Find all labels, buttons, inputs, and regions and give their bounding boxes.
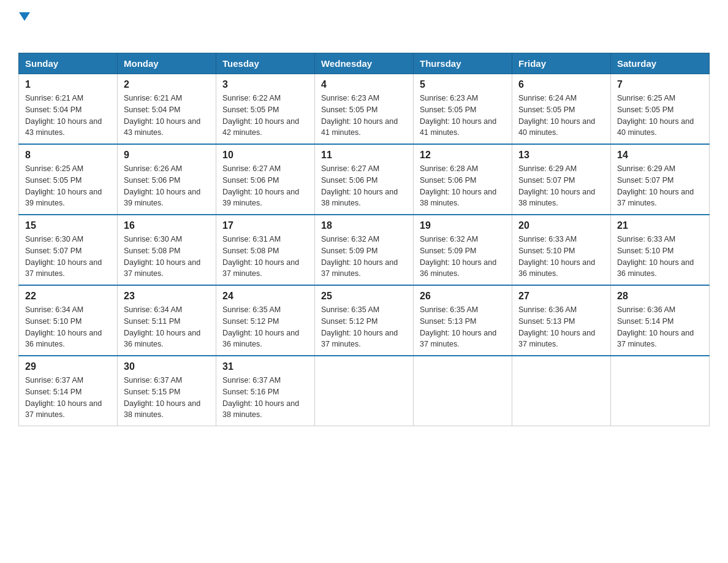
sunset-label: Sunset: 5:05 PM xyxy=(617,105,673,114)
calendar-cell: 9 Sunrise: 6:26 AM Sunset: 5:06 PM Dayli… xyxy=(118,144,216,215)
daylight-label: Daylight: 10 hours and 43 minutes. xyxy=(124,117,200,137)
day-number: 12 xyxy=(420,150,506,161)
day-info: Sunrise: 6:34 AM Sunset: 5:11 PM Dayligh… xyxy=(124,304,210,350)
day-number: 22 xyxy=(25,291,111,302)
sunset-label: Sunset: 5:05 PM xyxy=(420,105,476,114)
daylight-label: Daylight: 10 hours and 37 minutes. xyxy=(420,329,496,349)
sunrise-label: Sunrise: 6:35 AM xyxy=(420,305,478,314)
day-number: 18 xyxy=(321,220,407,231)
calendar-cell: 27 Sunrise: 6:36 AM Sunset: 5:13 PM Dayl… xyxy=(512,285,611,356)
daylight-label: Daylight: 10 hours and 38 minutes. xyxy=(222,399,299,419)
calendar-cell: 20 Sunrise: 6:33 AM Sunset: 5:10 PM Dayl… xyxy=(512,215,611,285)
day-info: Sunrise: 6:32 AM Sunset: 5:09 PM Dayligh… xyxy=(321,234,407,280)
day-number: 19 xyxy=(420,220,506,231)
day-number: 16 xyxy=(124,220,210,231)
sunset-label: Sunset: 5:10 PM xyxy=(617,247,673,255)
sunset-label: Sunset: 5:12 PM xyxy=(222,317,279,326)
sunset-label: Sunset: 5:11 PM xyxy=(124,317,180,326)
day-number: 5 xyxy=(420,79,506,90)
daylight-label: Daylight: 10 hours and 36 minutes. xyxy=(420,258,496,278)
calendar-cell: 1 Sunrise: 6:21 AM Sunset: 5:04 PM Dayli… xyxy=(19,74,118,145)
calendar-header-wednesday: Wednesday xyxy=(315,53,414,74)
sunset-label: Sunset: 5:04 PM xyxy=(25,105,82,114)
daylight-label: Daylight: 10 hours and 40 minutes. xyxy=(518,117,595,137)
daylight-label: Daylight: 10 hours and 41 minutes. xyxy=(321,117,398,137)
sunrise-label: Sunrise: 6:36 AM xyxy=(617,305,675,314)
sunrise-label: Sunrise: 6:21 AM xyxy=(124,94,182,102)
sunset-label: Sunset: 5:05 PM xyxy=(321,105,377,114)
day-number: 29 xyxy=(25,361,111,372)
calendar-cell: 18 Sunrise: 6:32 AM Sunset: 5:09 PM Dayl… xyxy=(315,215,414,285)
day-info: Sunrise: 6:25 AM Sunset: 5:05 PM Dayligh… xyxy=(25,163,111,209)
sunset-label: Sunset: 5:08 PM xyxy=(222,247,279,255)
day-number: 25 xyxy=(321,291,407,302)
sunset-label: Sunset: 5:10 PM xyxy=(25,317,82,326)
day-number: 23 xyxy=(124,291,210,302)
day-info: Sunrise: 6:23 AM Sunset: 5:05 PM Dayligh… xyxy=(420,93,506,139)
day-number: 28 xyxy=(617,291,703,302)
sunset-label: Sunset: 5:09 PM xyxy=(321,247,377,255)
calendar-cell: 10 Sunrise: 6:27 AM Sunset: 5:06 PM Dayl… xyxy=(216,144,315,215)
day-info: Sunrise: 6:31 AM Sunset: 5:08 PM Dayligh… xyxy=(222,234,308,280)
sunrise-label: Sunrise: 6:33 AM xyxy=(518,235,577,243)
sunrise-label: Sunrise: 6:23 AM xyxy=(321,94,379,102)
day-info: Sunrise: 6:21 AM Sunset: 5:04 PM Dayligh… xyxy=(124,93,210,139)
sunrise-label: Sunrise: 6:37 AM xyxy=(124,376,182,385)
day-info: Sunrise: 6:29 AM Sunset: 5:07 PM Dayligh… xyxy=(617,163,703,209)
day-number: 14 xyxy=(617,150,703,161)
day-number: 27 xyxy=(518,291,604,302)
calendar-week-row: 8 Sunrise: 6:25 AM Sunset: 5:05 PM Dayli… xyxy=(19,144,710,215)
day-info: Sunrise: 6:22 AM Sunset: 5:05 PM Dayligh… xyxy=(222,93,308,139)
calendar-cell: 6 Sunrise: 6:24 AM Sunset: 5:05 PM Dayli… xyxy=(512,74,611,145)
daylight-label: Daylight: 10 hours and 36 minutes. xyxy=(222,329,299,349)
day-info: Sunrise: 6:36 AM Sunset: 5:13 PM Dayligh… xyxy=(518,304,604,350)
page-header xyxy=(18,12,710,47)
day-info: Sunrise: 6:24 AM Sunset: 5:05 PM Dayligh… xyxy=(518,93,604,139)
sunrise-label: Sunrise: 6:21 AM xyxy=(25,94,83,102)
sunrise-label: Sunrise: 6:27 AM xyxy=(222,164,281,173)
calendar-table: SundayMondayTuesdayWednesdayThursdayFrid… xyxy=(18,53,710,426)
calendar-cell xyxy=(315,356,414,426)
daylight-label: Daylight: 10 hours and 37 minutes. xyxy=(518,329,595,349)
calendar-header-sunday: Sunday xyxy=(19,53,118,74)
day-info: Sunrise: 6:32 AM Sunset: 5:09 PM Dayligh… xyxy=(420,234,506,280)
day-number: 1 xyxy=(25,79,111,90)
daylight-label: Daylight: 10 hours and 37 minutes. xyxy=(25,258,102,278)
day-info: Sunrise: 6:28 AM Sunset: 5:06 PM Dayligh… xyxy=(420,163,506,209)
day-number: 8 xyxy=(25,150,111,161)
sunset-label: Sunset: 5:07 PM xyxy=(25,247,82,255)
day-info: Sunrise: 6:29 AM Sunset: 5:07 PM Dayligh… xyxy=(518,163,604,209)
day-number: 4 xyxy=(321,79,407,90)
sunrise-label: Sunrise: 6:29 AM xyxy=(617,164,675,173)
sunrise-label: Sunrise: 6:34 AM xyxy=(25,305,83,314)
daylight-label: Daylight: 10 hours and 39 minutes. xyxy=(124,188,200,208)
sunrise-label: Sunrise: 6:25 AM xyxy=(25,164,83,173)
day-number: 7 xyxy=(617,79,703,90)
sunset-label: Sunset: 5:13 PM xyxy=(420,317,476,326)
calendar-cell: 30 Sunrise: 6:37 AM Sunset: 5:15 PM Dayl… xyxy=(118,356,216,426)
sunrise-label: Sunrise: 6:25 AM xyxy=(617,94,675,102)
daylight-label: Daylight: 10 hours and 36 minutes. xyxy=(124,329,200,349)
day-info: Sunrise: 6:37 AM Sunset: 5:16 PM Dayligh… xyxy=(222,375,308,421)
sunrise-label: Sunrise: 6:26 AM xyxy=(124,164,182,173)
sunrise-label: Sunrise: 6:32 AM xyxy=(321,235,379,243)
sunrise-label: Sunrise: 6:23 AM xyxy=(420,94,478,102)
sunrise-label: Sunrise: 6:36 AM xyxy=(518,305,577,314)
daylight-label: Daylight: 10 hours and 38 minutes. xyxy=(321,188,398,208)
day-number: 13 xyxy=(518,150,604,161)
day-info: Sunrise: 6:30 AM Sunset: 5:07 PM Dayligh… xyxy=(25,234,111,280)
day-info: Sunrise: 6:27 AM Sunset: 5:06 PM Dayligh… xyxy=(222,163,308,209)
sunrise-label: Sunrise: 6:24 AM xyxy=(518,94,577,102)
day-info: Sunrise: 6:36 AM Sunset: 5:14 PM Dayligh… xyxy=(617,304,703,350)
daylight-label: Daylight: 10 hours and 37 minutes. xyxy=(321,329,398,349)
calendar-cell: 22 Sunrise: 6:34 AM Sunset: 5:10 PM Dayl… xyxy=(19,285,118,356)
day-number: 15 xyxy=(25,220,111,231)
daylight-label: Daylight: 10 hours and 37 minutes. xyxy=(321,258,398,278)
calendar-cell: 12 Sunrise: 6:28 AM Sunset: 5:06 PM Dayl… xyxy=(414,144,512,215)
day-info: Sunrise: 6:37 AM Sunset: 5:14 PM Dayligh… xyxy=(25,375,111,421)
day-info: Sunrise: 6:34 AM Sunset: 5:10 PM Dayligh… xyxy=(25,304,111,350)
sunrise-label: Sunrise: 6:31 AM xyxy=(222,235,281,243)
calendar-cell: 25 Sunrise: 6:35 AM Sunset: 5:12 PM Dayl… xyxy=(315,285,414,356)
calendar-cell: 24 Sunrise: 6:35 AM Sunset: 5:12 PM Dayl… xyxy=(216,285,315,356)
daylight-label: Daylight: 10 hours and 38 minutes. xyxy=(518,188,595,208)
